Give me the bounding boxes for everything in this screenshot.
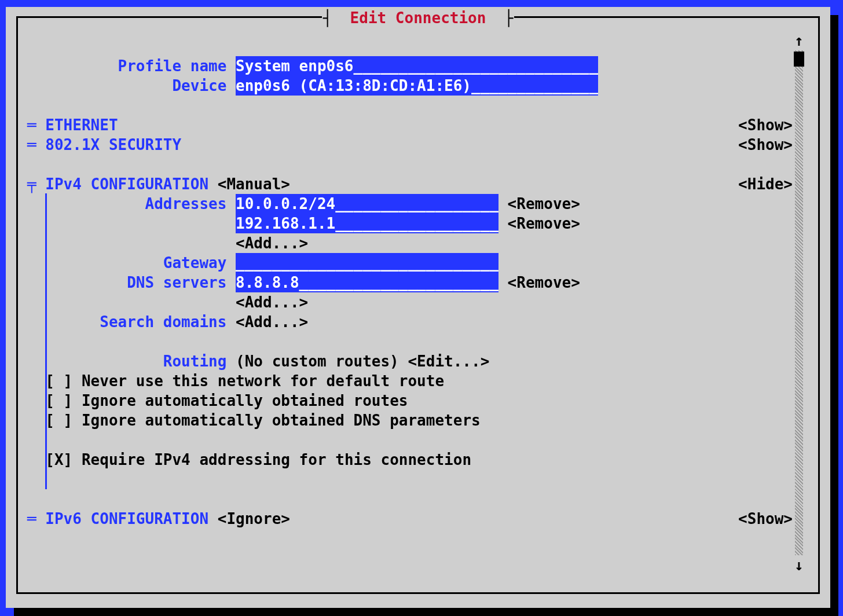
device-input[interactable]: enp0s6 (CA:13:8D:CD:A1:E6)______________ [236,76,598,96]
ipv4-opt-require-checkbox[interactable]: [X] [45,450,72,470]
dot1x-toggle[interactable]: <Show> [738,135,793,155]
profile-name-input[interactable]: System enp0s6___________________________ [236,56,598,76]
ipv4-gateway-label: Gateway [27,253,236,273]
ipv4-mode-select[interactable]: <Manual> [218,175,290,193]
ipv4-address-0-remove[interactable]: <Remove> [508,194,580,214]
ipv4-search-label: Search domains [27,312,236,332]
device-label: Device [27,76,236,96]
ethernet-toggle[interactable]: <Show> [738,115,793,135]
window-title: Edit Connection [350,9,486,27]
ipv4-address-1-remove[interactable]: <Remove> [508,214,580,233]
ipv4-routing-edit[interactable]: <Edit...> [408,351,489,371]
ipv4-opt-ignore-dns-checkbox[interactable]: [ ] [45,410,72,430]
scroll-down-icon[interactable]: ↓ [794,555,804,575]
ipv4-dns-label: DNS servers [27,273,236,292]
scrollbar-thumb[interactable] [794,52,804,67]
ipv4-opt-ignore-routes-label: Ignore automatically obtained routes [82,391,408,410]
ipv4-routing-label: Routing [27,351,236,371]
ipv4-address-0-input[interactable]: 10.0.0.2/24__________________ [236,194,499,214]
dot1x-section-label: 802.1X SECURITY [45,136,181,153]
ipv6-toggle[interactable]: <Show> [738,509,793,529]
ipv4-gateway-input[interactable]: _____________________________ [236,253,499,273]
ipv4-search-add[interactable]: <Add...> [236,312,308,332]
scroll-up-icon[interactable]: ↑ [794,31,804,50]
ipv4-section-label: IPv4 CONFIGURATION [45,175,208,193]
ipv4-dns-0-input[interactable]: 8.8.8.8______________________ [236,273,499,292]
ipv4-opt-never-default-label: Never use this network for default route [82,371,444,391]
ipv4-routing-text: (No custom routes) [236,351,399,371]
ipv4-opt-ignore-dns-label: Ignore automatically obtained DNS parame… [82,410,481,430]
profile-name-label: Profile name [27,56,236,76]
ipv4-opt-require-label: Require IPv4 addressing for this connect… [82,450,471,470]
ipv4-address-1-input[interactable]: 192.168.1.1__________________ [236,214,499,233]
ipv4-opt-ignore-routes-checkbox[interactable]: [ ] [45,391,72,410]
ipv4-opt-never-default-checkbox[interactable]: [ ] [45,371,72,391]
ipv4-toggle[interactable]: <Hide> [738,174,793,194]
ipv4-dns-0-remove[interactable]: <Remove> [508,273,580,292]
ipv4-dns-add[interactable]: <Add...> [236,292,308,312]
ipv6-mode-select[interactable]: <Ignore> [218,510,290,527]
scrollbar[interactable]: ↑ ↓ [794,31,804,575]
ethernet-section-label: ETHERNET [45,116,118,134]
ipv4-addresses-label: Addresses [27,194,236,214]
ipv4-address-add[interactable]: <Add...> [236,233,308,253]
scrollbar-track[interactable] [795,50,803,555]
ipv6-section-label: IPv6 CONFIGURATION [45,510,208,527]
